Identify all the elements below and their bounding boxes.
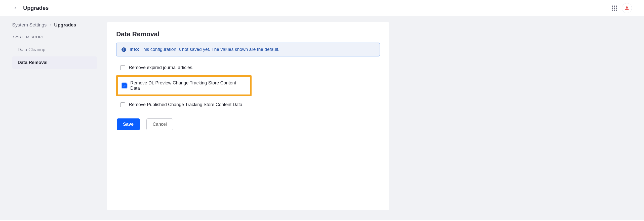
chevron-right-icon [49, 23, 52, 27]
topbar-right [612, 3, 632, 13]
main-panel: Data Removal i Info: This configuration … [107, 22, 389, 210]
scope-label: SYSTEM SCOPE [13, 35, 97, 39]
checkbox-row-published[interactable]: Remove Published Change Tracking Store C… [116, 99, 380, 111]
breadcrumb-current: Upgrades [54, 22, 76, 28]
topbar-left: Upgrades [12, 5, 49, 11]
panel-title: Data Removal [116, 30, 380, 38]
checkbox-icon[interactable] [120, 102, 125, 107]
info-icon: i [122, 47, 126, 52]
button-row: Save Cancel [116, 118, 380, 130]
checkbox-label: Remove Published Change Tracking Store C… [129, 102, 242, 107]
checkbox-label: Remove DL Preview Change Tracking Store … [130, 80, 246, 91]
breadcrumb-root[interactable]: System Settings [12, 22, 47, 28]
breadcrumb: System Settings Upgrades [12, 22, 97, 28]
body-area: System Settings Upgrades SYSTEM SCOPE Da… [0, 16, 644, 220]
checkbox-row-dl-preview[interactable]: Remove DL Preview Change Tracking Store … [118, 77, 250, 94]
topbar: Upgrades [0, 0, 644, 16]
info-text: Info: This configuration is not saved ye… [130, 47, 279, 52]
checkbox-row-expired-journal[interactable]: Remove expired journal articles. [116, 61, 380, 74]
save-button[interactable]: Save [117, 118, 140, 130]
page-title: Upgrades [23, 5, 49, 11]
highlight-box: Remove DL Preview Change Tracking Store … [116, 75, 252, 96]
info-message: This configuration is not saved yet. The… [141, 47, 279, 52]
back-chevron-icon[interactable] [12, 5, 18, 11]
sidebar-item-data-cleanup[interactable]: Data Cleanup [12, 44, 97, 56]
cancel-button[interactable]: Cancel [146, 118, 173, 130]
info-alert: i Info: This configuration is not saved … [116, 43, 380, 56]
checkbox-icon[interactable] [120, 65, 125, 70]
checkbox-label: Remove expired journal articles. [129, 65, 193, 70]
user-avatar-icon[interactable] [622, 3, 632, 13]
checkbox-icon[interactable] [122, 83, 127, 88]
apps-grid-icon[interactable] [612, 6, 617, 11]
sidebar-item-data-removal[interactable]: Data Removal [12, 56, 97, 69]
sidebar: System Settings Upgrades SYSTEM SCOPE Da… [4, 22, 102, 210]
info-label: Info: [130, 47, 139, 52]
